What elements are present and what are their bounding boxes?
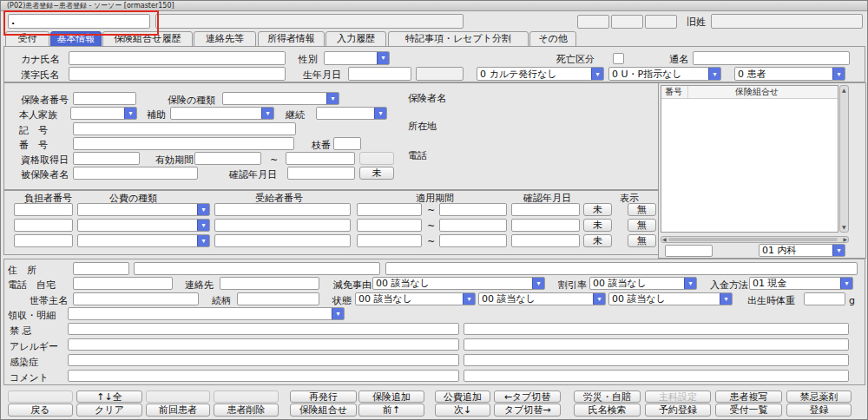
period-from-input-2[interactable] bbox=[357, 219, 422, 232]
contraindicated-drug-button[interactable]: 禁忌薬剤 bbox=[786, 390, 852, 403]
subsidy-select[interactable]: ▾ bbox=[170, 107, 274, 120]
payer-number-input-3[interactable] bbox=[14, 234, 73, 247]
insurance-combination-list[interactable]: 番号 保険組合せ bbox=[661, 85, 838, 233]
sex-select[interactable]: ▾ bbox=[324, 51, 390, 65]
recipient-number-input-2[interactable] bbox=[214, 219, 351, 232]
death-checkbox[interactable] bbox=[613, 53, 624, 64]
relation-select[interactable]: ▾ bbox=[70, 107, 137, 120]
contact-phone-input[interactable] bbox=[220, 277, 319, 290]
clear-button[interactable]: クリア bbox=[76, 404, 142, 417]
insurer-number-input[interactable] bbox=[73, 92, 136, 105]
comment-input-1[interactable] bbox=[68, 370, 459, 382]
kohi-confirm-input-1[interactable] bbox=[511, 203, 580, 216]
phone-home-input[interactable] bbox=[73, 277, 173, 290]
tab-switch-left-button[interactable]: ←タブ切替 bbox=[494, 390, 561, 403]
relationship-input[interactable] bbox=[237, 292, 319, 305]
kohi-type-select-3[interactable]: ▾ bbox=[77, 234, 210, 247]
tab-contacts[interactable]: 連絡先等 bbox=[194, 31, 256, 47]
kohi-unconfirmed-button-3[interactable]: 未 bbox=[583, 234, 612, 247]
copy-patient-button[interactable]: 患者複写 bbox=[715, 390, 782, 403]
qualification-date-input[interactable] bbox=[73, 152, 140, 165]
name-search-button[interactable]: 氏名検索 bbox=[574, 404, 641, 417]
address-input[interactable] bbox=[134, 262, 380, 275]
insurance-combination-button[interactable]: 保険組合せ bbox=[290, 404, 357, 417]
old-name-field[interactable] bbox=[711, 14, 863, 29]
symbol-input[interactable] bbox=[73, 122, 296, 135]
period-to-input-2[interactable] bbox=[439, 219, 507, 232]
up-instruction-select[interactable]: 0 U・P指示なし▾ bbox=[608, 67, 721, 81]
register-button[interactable]: 登録 bbox=[786, 404, 852, 417]
state-select-3[interactable]: 00 該当なし▾ bbox=[608, 292, 733, 305]
allergy-input-2[interactable] bbox=[464, 338, 849, 351]
kohi-none-button-1[interactable]: 無 bbox=[628, 203, 656, 216]
contraindication-input-1[interactable] bbox=[68, 323, 459, 335]
allergy-input-1[interactable] bbox=[68, 338, 459, 351]
unconfirmed-button[interactable]: 未 bbox=[359, 167, 394, 180]
department-select[interactable]: 01 内科▾ bbox=[759, 244, 845, 257]
insurance-type-select[interactable]: ▾ bbox=[222, 92, 339, 105]
payer-number-input-2[interactable] bbox=[14, 219, 73, 232]
reduction-select[interactable]: 00 該当なし▾ bbox=[372, 277, 545, 290]
list-vertical-scrollbar[interactable]: ▲ ▼ bbox=[839, 85, 849, 233]
householder-input[interactable] bbox=[73, 292, 199, 305]
reissue-button[interactable]: 再発行 bbox=[290, 390, 357, 403]
period-to-input-3[interactable] bbox=[439, 234, 507, 247]
state-select-2[interactable]: 00 該当なし▾ bbox=[478, 292, 606, 305]
recipient-number-input-3[interactable] bbox=[214, 234, 351, 247]
reception-list-button[interactable]: 受付一覧 bbox=[715, 404, 782, 417]
kohi-none-button-2[interactable]: 無 bbox=[628, 219, 656, 232]
list-horizontal-scrollbar[interactable]: ◀ ▶ bbox=[661, 236, 849, 243]
kohi-confirm-input-3[interactable] bbox=[511, 234, 580, 247]
delete-patient-button[interactable]: 患者削除 bbox=[214, 404, 279, 417]
kohi-confirm-input-2[interactable] bbox=[511, 219, 580, 232]
patient-type-select[interactable]: 0 患者▾ bbox=[734, 67, 845, 81]
alias-input[interactable] bbox=[693, 51, 850, 65]
kana-name-input[interactable] bbox=[69, 51, 286, 65]
tab-input-history[interactable]: 入力履歴 bbox=[326, 31, 386, 47]
kohi-none-button-3[interactable]: 無 bbox=[628, 234, 656, 247]
payment-method-select[interactable]: 01 現金▾ bbox=[749, 277, 853, 290]
address-detail-input[interactable] bbox=[385, 262, 858, 275]
add-kohi-button[interactable]: 公費追加 bbox=[435, 390, 490, 403]
continuation-select[interactable]: ▾ bbox=[316, 107, 387, 120]
updown-all-button[interactable]: ↑↓全 bbox=[76, 390, 142, 403]
period-to-input-1[interactable] bbox=[439, 203, 507, 216]
contraindication-input-2[interactable] bbox=[464, 323, 849, 335]
add-insurance-button[interactable]: 保険追加 bbox=[358, 390, 424, 403]
valid-from-input[interactable] bbox=[194, 152, 261, 165]
branch-input[interactable] bbox=[333, 137, 361, 150]
period-from-input-3[interactable] bbox=[357, 234, 422, 247]
previous-patient-button[interactable]: 前回患者 bbox=[146, 404, 210, 417]
confirm-date-input[interactable] bbox=[287, 167, 355, 180]
kohi-type-select-2[interactable]: ▾ bbox=[77, 219, 210, 232]
tab-special-notes[interactable]: 特記事項・レセプト分割 bbox=[388, 31, 529, 47]
tab-other[interactable]: その他 bbox=[529, 31, 576, 47]
rosai-jibai-button[interactable]: 労災・自賠 bbox=[574, 390, 641, 403]
kohi-unconfirmed-button-2[interactable]: 未 bbox=[583, 219, 612, 232]
tab-switch-right-button[interactable]: タブ切替→ bbox=[494, 404, 561, 417]
comment-input-2[interactable] bbox=[464, 370, 849, 382]
payer-number-input-1[interactable] bbox=[14, 203, 73, 216]
discount-select[interactable]: 00 該当なし▾ bbox=[589, 277, 697, 290]
reservation-button[interactable]: 予約登録 bbox=[645, 404, 711, 417]
valid-to-input[interactable] bbox=[286, 152, 355, 165]
birth-date-input[interactable] bbox=[348, 67, 411, 81]
karte-issue-select[interactable]: 0 カルテ発行なし▾ bbox=[477, 67, 604, 81]
kohi-unconfirmed-button-1[interactable]: 未 bbox=[583, 203, 612, 216]
number-input[interactable] bbox=[73, 137, 294, 150]
receipt-select[interactable]: ▾ bbox=[68, 307, 345, 320]
insured-name-input[interactable] bbox=[73, 167, 198, 180]
postal-code-input[interactable] bbox=[73, 262, 129, 275]
infection-input-1[interactable] bbox=[68, 354, 459, 366]
period-from-input-1[interactable] bbox=[357, 203, 422, 216]
state-select-1[interactable]: 00 該当なし▾ bbox=[355, 292, 476, 305]
birth-weight-input[interactable] bbox=[804, 292, 845, 305]
prev-button[interactable]: 前↑ bbox=[358, 404, 424, 417]
kohi-type-select-1[interactable]: ▾ bbox=[77, 203, 210, 216]
kanji-name-input[interactable] bbox=[69, 67, 286, 81]
next-button[interactable]: 次↓ bbox=[435, 404, 490, 417]
recipient-number-input-1[interactable] bbox=[214, 203, 351, 216]
tab-income-info[interactable]: 所得者情報 bbox=[258, 31, 325, 47]
combination-number-input[interactable] bbox=[665, 245, 713, 257]
back-button[interactable]: 戻る bbox=[8, 404, 73, 417]
